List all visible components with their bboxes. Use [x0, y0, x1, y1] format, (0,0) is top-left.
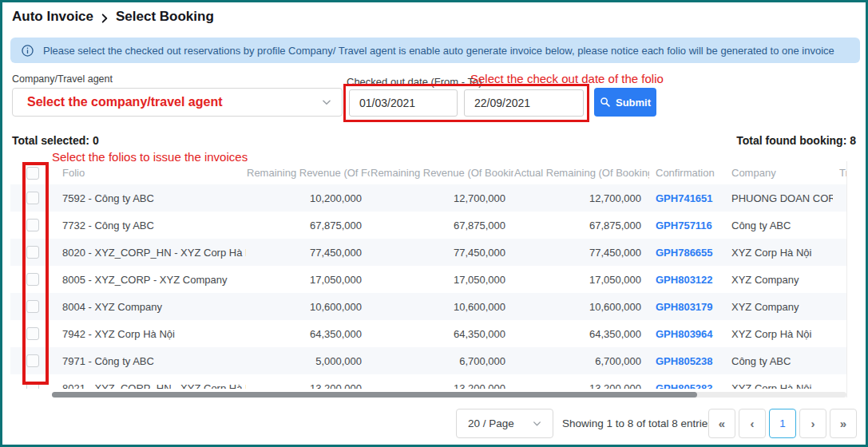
company-cell: Công ty ABC [725, 347, 833, 374]
chevron-right-icon [99, 12, 110, 23]
row-checkbox[interactable] [26, 327, 39, 340]
folio-cell: 7732 - Công ty ABC [54, 212, 246, 239]
page-size-select[interactable]: 20 / Page [456, 409, 553, 438]
folio-cell: 8005 - XYZ_CORP - XYZ Company [54, 266, 246, 293]
submit-button[interactable]: Submit [594, 88, 656, 117]
chevron-down-icon [321, 97, 332, 108]
breadcrumb: Auto Invoice Select Booking [12, 9, 214, 25]
company-cell: XYZ Corp Hà Nội [725, 320, 833, 347]
actual-remaining-cell: 10,600,000 [513, 293, 649, 320]
col-company: Company [725, 161, 833, 184]
remaining-revenue-booking-cell: 64,350,000 [370, 320, 513, 347]
company-select-placeholder: Select the company/travel agent [27, 95, 223, 109]
table-row: 8020 - XYZ_CORP_HN - XYZ Corp Hà Nội 77,… [10, 239, 846, 266]
table-row: 7732 - Công ty ABC 67,875,000 67,875,000… [10, 212, 846, 239]
breadcrumb-auto-invoice[interactable]: Auto Invoice [12, 9, 93, 25]
company-agent-label: Company/Travel agent [12, 73, 113, 85]
page-1-button[interactable]: 1 [769, 409, 796, 438]
table-row: 7942 - XYZ Corp Hà Nội 64,350,000 64,350… [10, 320, 846, 347]
row-checkbox[interactable] [26, 382, 39, 389]
confirmation-link[interactable]: GPH805283 [656, 382, 713, 390]
confirmation-link[interactable]: GPH786655 [656, 247, 713, 259]
folio-cell: 7971 - Công ty ABC [54, 347, 246, 374]
actual-remaining-cell: 12,700,000 [513, 184, 649, 212]
breadcrumb-select-booking: Select Booking [116, 9, 214, 25]
remaining-revenue-booking-cell: 67,875,000 [370, 212, 513, 239]
table-row: 8004 - XYZ Company 10,600,000 10,600,000… [10, 293, 846, 320]
col-folio: Folio [54, 161, 246, 184]
folio-cell: 8021 - XYZ_CORP_HN - XYZ Corp Hà Nội [54, 374, 246, 389]
row-checkbox[interactable] [26, 300, 39, 313]
confirmation-link[interactable]: GPH805238 [656, 355, 713, 367]
remaining-revenue-folio-cell: 5,000,000 [246, 347, 370, 374]
company-cell: PHUONG DOAN CORP [725, 184, 833, 212]
confirmation-link[interactable]: GPH803179 [656, 301, 713, 313]
folio-cell: 8004 - XYZ Company [54, 293, 246, 320]
remaining-revenue-folio-cell: 77,450,000 [246, 239, 370, 266]
submit-button-label: Submit [616, 97, 651, 109]
showing-entries-text: Showing 1 to 8 of total 8 entries [562, 417, 713, 429]
folio-cell: 7942 - XYZ Corp Hà Nội [54, 320, 246, 347]
row-checkbox[interactable] [26, 273, 39, 286]
company-cell: XYZ Corp Hà Nội [725, 374, 833, 389]
info-banner: Please select the checked out reservatio… [10, 38, 860, 63]
row-checkbox[interactable] [26, 219, 39, 231]
row-checkbox[interactable] [26, 246, 39, 259]
booking-table: Folio Remaining Revenue (Of Folio) Remai… [10, 161, 846, 389]
search-icon [600, 97, 611, 108]
horizontal-scrollbar[interactable] [52, 392, 846, 398]
actual-remaining-cell: 77,450,000 [513, 239, 649, 266]
remaining-revenue-folio-cell: 67,875,000 [246, 212, 370, 239]
date-from-input[interactable] [349, 89, 458, 117]
folio-cell: 8020 - XYZ_CORP_HN - XYZ Corp Hà Nội [54, 239, 246, 266]
row-checkbox[interactable] [26, 354, 39, 367]
remaining-revenue-folio-cell: 64,350,000 [246, 320, 370, 347]
remaining-revenue-folio-cell: 17,050,000 [246, 266, 370, 293]
actual-remaining-cell: 6,700,000 [513, 347, 649, 374]
remaining-revenue-booking-cell: 12,700,000 [370, 184, 513, 212]
remaining-revenue-booking-cell: 6,700,000 [370, 347, 513, 374]
table-row: 8005 - XYZ_CORP - XYZ Company 17,050,000… [10, 266, 846, 293]
company-agent-select[interactable]: Select the company/travel agent [12, 88, 343, 117]
table-right-edge [846, 161, 847, 398]
company-cell: XYZ Company [725, 293, 833, 320]
col-remaining-revenue-booking: Remaining Revenue (Of Booking) [370, 161, 513, 184]
company-cell: Công ty ABC [725, 212, 833, 239]
total-selected-text: Total selected: 0 [12, 134, 99, 147]
table-row: 7592 - Công ty ABC 10,200,000 12,700,000… [10, 184, 846, 212]
info-banner-text: Please select the checked out reservatio… [43, 45, 834, 57]
table-header-row: Folio Remaining Revenue (Of Folio) Remai… [10, 161, 846, 184]
company-cell: XYZ Company [725, 266, 833, 293]
info-icon [22, 45, 34, 57]
chevron-down-icon [532, 418, 543, 429]
remaining-revenue-folio-cell: 10,200,000 [246, 184, 370, 212]
table-row: 8021 - XYZ_CORP_HN - XYZ Corp Hà Nội 13,… [10, 374, 846, 389]
select-all-checkbox[interactable] [26, 167, 39, 180]
remaining-revenue-booking-cell: 13,200,000 [370, 374, 513, 389]
col-travel-agent: Trave [833, 161, 846, 184]
confirmation-link[interactable]: GPH741651 [656, 192, 713, 204]
remaining-revenue-booking-cell: 10,600,000 [370, 293, 513, 320]
remaining-revenue-booking-cell: 77,450,000 [370, 239, 513, 266]
pagination-controls: « ‹ 1 › » [708, 409, 857, 438]
col-remaining-revenue-folio: Remaining Revenue (Of Folio) [246, 161, 370, 184]
total-found-text: Total found booking: 8 [736, 134, 856, 147]
confirmation-link[interactable]: GPH803964 [656, 328, 713, 340]
company-cell: XYZ Corp Hà Nội [725, 239, 833, 266]
actual-remaining-cell: 17,050,000 [513, 266, 649, 293]
confirmation-link[interactable]: GPH803122 [656, 274, 713, 286]
last-page-button[interactable]: » [830, 409, 857, 438]
first-page-button[interactable]: « [708, 409, 735, 438]
actual-remaining-cell: 67,875,000 [513, 212, 649, 239]
confirmation-link[interactable]: GPH757116 [656, 220, 712, 231]
row-checkbox[interactable] [26, 192, 39, 204]
booking-table-body: 7592 - Công ty ABC 10,200,000 12,700,000… [10, 184, 846, 389]
remaining-revenue-folio-cell: 10,600,000 [246, 293, 370, 320]
date-to-input[interactable] [464, 89, 584, 117]
col-confirmation: Confirmation [649, 161, 725, 184]
next-page-button[interactable]: › [799, 409, 826, 438]
horizontal-scrollbar-thumb[interactable] [52, 392, 697, 398]
col-actual-remaining-booking: Actual Remaining (Of Booking) [513, 161, 649, 184]
prev-page-button[interactable]: ‹ [739, 409, 766, 438]
actual-remaining-cell: 13,200,000 [513, 374, 649, 389]
